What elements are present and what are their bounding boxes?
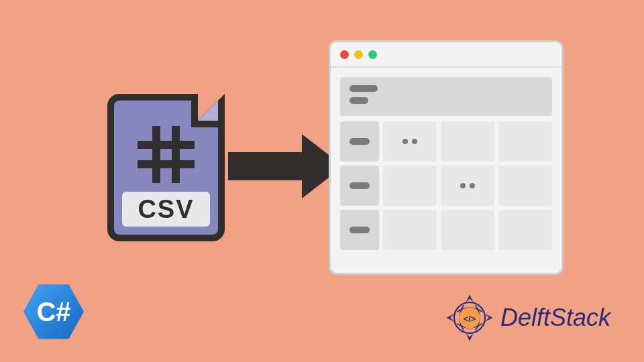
grid-side-cell [340, 121, 379, 162]
grid-container [331, 68, 561, 263]
grid-cell [441, 210, 494, 250]
csv-label-box: CSV [122, 192, 210, 227]
delftstack-emblem-icon: </> [445, 294, 494, 342]
csv-label: CSV [138, 195, 194, 224]
svg-marker-3 [446, 314, 454, 322]
delftstack-brand: DelftStack [500, 304, 610, 332]
csharp-logo: C# [23, 282, 84, 342]
datagrid-window [329, 40, 564, 275]
page-fold-icon [191, 94, 225, 127]
window-titlebar [331, 42, 561, 68]
grid-row [340, 121, 552, 162]
svg-marker-0 [466, 294, 474, 302]
hash-icon [138, 126, 195, 183]
grid-cell [383, 166, 437, 206]
grid-cell [498, 166, 552, 206]
close-dot-icon [340, 50, 349, 59]
svg-marker-2 [466, 333, 474, 341]
grid-cell [441, 121, 494, 162]
grid-side-cell [340, 166, 379, 206]
grid-cell [383, 121, 437, 162]
grid-cell [498, 210, 552, 250]
grid-cell [383, 210, 437, 250]
svg-marker-1 [485, 314, 493, 322]
csv-file-body: CSV [107, 94, 225, 241]
grid-row [340, 210, 552, 250]
hexagon-icon: C# [23, 282, 84, 342]
minimize-dot-icon [354, 50, 363, 59]
grid-cell [441, 166, 494, 206]
grid-cell [498, 121, 552, 162]
grid-side-cell [340, 210, 379, 250]
code-symbol-icon: </> [464, 314, 476, 324]
csv-file-icon: CSV [107, 94, 225, 241]
grid-row [340, 166, 552, 206]
arrow-right-icon [228, 134, 343, 198]
maximize-dot-icon [368, 50, 377, 59]
delftstack-logo: </> DelftStack [445, 294, 610, 342]
grid-header [340, 77, 552, 116]
csharp-text: C# [36, 297, 70, 327]
